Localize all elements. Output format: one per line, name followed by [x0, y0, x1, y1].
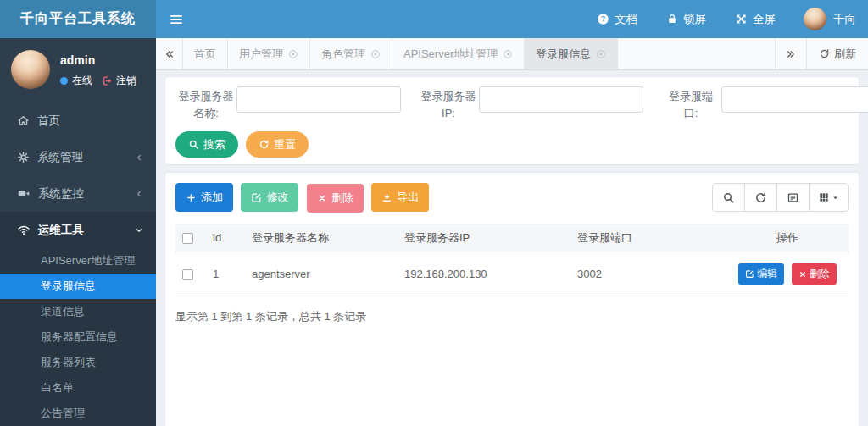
tab-user-management[interactable]: 用户管理: [228, 38, 310, 69]
modify-button[interactable]: 修改: [241, 183, 298, 212]
plus-icon: [186, 192, 197, 203]
refresh-label: 刷新: [834, 47, 856, 62]
tab-login-server-info[interactable]: 登录服信息: [525, 38, 618, 69]
sidebar-user-panel: admin 在线 注销: [0, 38, 156, 102]
docs-label: 文档: [615, 12, 637, 27]
video-camera-icon: [17, 187, 31, 200]
cell-name: agentserver: [245, 252, 398, 296]
table-view-controls: [712, 183, 849, 212]
table-detail-view-button[interactable]: [776, 183, 810, 212]
docs-menu-item[interactable]: ? 文档: [582, 0, 652, 38]
delete-button-label: 删除: [331, 191, 353, 206]
subitem-label: 登录服信息: [41, 279, 96, 294]
cell-ip: 192.168.200.130: [398, 252, 570, 296]
gear-icon: [17, 151, 30, 163]
search-button[interactable]: 搜索: [175, 131, 238, 158]
sidebar-subitem-server-config[interactable]: 服务器配置信息: [0, 324, 156, 350]
table-search-toggle-button[interactable]: [712, 183, 745, 212]
tab-label: 登录服信息: [536, 47, 591, 62]
select-all-checkbox[interactable]: [182, 233, 193, 244]
export-button[interactable]: 导出: [371, 183, 429, 212]
logout-link[interactable]: 注销: [102, 74, 136, 88]
row-delete-label: 删除: [810, 267, 830, 281]
fullscreen-label: 全屏: [753, 12, 776, 27]
login-server-port-label: 登录服端口:: [660, 86, 721, 121]
column-header-id[interactable]: id: [206, 224, 245, 252]
fullscreen-icon: [735, 13, 748, 25]
tab-role-management[interactable]: 角色管理: [310, 38, 392, 69]
sidebar-item-home[interactable]: 首页: [0, 102, 156, 139]
sidebar-item-system-management[interactable]: 系统管理: [0, 139, 156, 175]
logout-label: 注销: [116, 74, 136, 88]
column-header-ip[interactable]: 登录服务器IP: [398, 224, 570, 252]
table-header-row: id 登录服务器名称 登录服务器IP 登录服端口 操作: [175, 224, 849, 252]
table-columns-button[interactable]: [809, 183, 849, 212]
refresh-icon: [259, 139, 270, 150]
caret-down-icon: [832, 194, 839, 202]
tabs-scroll-right-button[interactable]: [775, 38, 806, 69]
sidebar-avatar: [11, 50, 50, 89]
subitem-label: 服务器列表: [41, 355, 96, 370]
close-icon[interactable]: [503, 49, 513, 59]
double-chevron-right-icon: [785, 48, 797, 60]
row-delete-button[interactable]: 删除: [792, 263, 837, 285]
search-icon: [188, 139, 199, 150]
subitem-label: 公告管理: [41, 406, 85, 421]
sidebar-subitem-apiserver-address[interactable]: APIServer地址管理: [0, 248, 156, 274]
navbar-right-menu: ? 文档 锁屏 全屏 千向: [582, 0, 868, 38]
close-icon[interactable]: [596, 49, 606, 59]
detail-view-icon: [787, 191, 799, 204]
sidebar-subitem-server-list[interactable]: 服务器列表: [0, 350, 156, 375]
row-checkbox[interactable]: [182, 269, 193, 280]
x-icon: [798, 270, 807, 279]
lock-screen-menu-item[interactable]: 锁屏: [652, 0, 721, 38]
tabs-scroll-left-button[interactable]: [156, 38, 183, 69]
tab-label: APIServer地址管理: [403, 47, 498, 62]
app-title[interactable]: 千向平台工具系统: [0, 0, 156, 38]
login-server-ip-input[interactable]: [479, 86, 643, 113]
sidebar-item-label: 系统管理: [37, 150, 83, 165]
sidebar-subitem-whitelist[interactable]: 白名单: [0, 375, 156, 401]
login-server-name-input[interactable]: [236, 86, 401, 113]
tab-home[interactable]: 首页: [183, 38, 228, 69]
close-icon[interactable]: [370, 49, 381, 59]
sidebar-item-ops-tools[interactable]: 运维工具: [0, 212, 156, 248]
subitem-label: 服务器配置信息: [41, 329, 118, 345]
fullscreen-menu-item[interactable]: 全屏: [721, 0, 790, 38]
refresh-icon: [819, 48, 830, 59]
column-header-port[interactable]: 登录服端口: [570, 224, 726, 252]
tab-apiserver-address[interactable]: APIServer地址管理: [392, 38, 525, 69]
add-button[interactable]: 添加: [175, 183, 233, 212]
sidebar-subitem-login-server-info[interactable]: 登录服信息: [0, 274, 156, 299]
column-header-name[interactable]: 登录服务器名称: [245, 224, 398, 252]
export-button-label: 导出: [397, 190, 419, 205]
reset-button-label: 重置: [274, 137, 296, 152]
sidebar-item-system-monitor[interactable]: 系统监控: [0, 175, 156, 212]
sidebar-subitem-channel-info[interactable]: 渠道信息: [0, 299, 156, 324]
table-row[interactable]: 1 agentserver 192.168.200.130 3002 编辑: [175, 252, 849, 296]
close-icon[interactable]: [288, 49, 298, 59]
user-menu[interactable]: 千向: [790, 0, 868, 38]
tab-refresh-button[interactable]: 刷新: [806, 38, 868, 69]
reset-button[interactable]: 重置: [246, 131, 309, 158]
tabbar-right-controls: 刷新: [775, 38, 868, 69]
search-icon: [722, 191, 735, 204]
cell-port: 3002: [570, 252, 726, 296]
subitem-label: 渠道信息: [41, 304, 85, 319]
login-server-port-input[interactable]: [721, 86, 868, 113]
delete-button[interactable]: 删除: [307, 184, 364, 213]
chevron-left-icon: [134, 152, 144, 163]
help-circle-icon: ?: [597, 13, 609, 25]
add-button-label: 添加: [201, 190, 223, 205]
sidebar-item-label: 系统监控: [38, 186, 84, 202]
login-server-table: id 登录服务器名称 登录服务器IP 登录服端口 操作 1 agentserve…: [175, 224, 849, 297]
chevron-down-icon: [134, 225, 144, 235]
row-edit-button[interactable]: 编辑: [738, 263, 784, 285]
tab-label: 用户管理: [239, 47, 283, 62]
sidebar-subitem-announcement[interactable]: 公告管理: [0, 401, 156, 426]
sidebar-toggle-button[interactable]: [156, 0, 197, 38]
lock-icon: [666, 13, 678, 25]
columns-grid-icon: [818, 191, 830, 203]
field-login-server-port: 登录服端口:: [660, 86, 868, 121]
table-refresh-button[interactable]: [744, 183, 777, 212]
